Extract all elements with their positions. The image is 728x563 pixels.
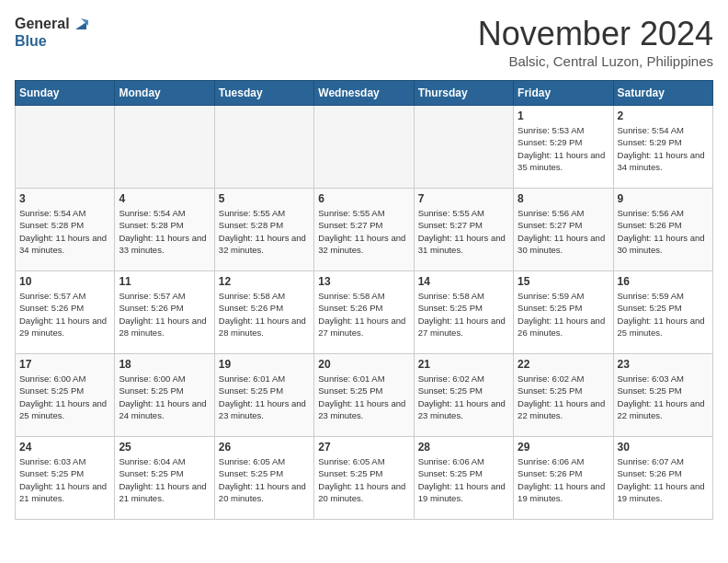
calendar-cell: [314, 106, 414, 189]
title-area: November 2024 Balsic, Central Luzon, Phi…: [478, 15, 713, 69]
daylight-text: Daylight: 11 hours and 34 minutes.: [19, 233, 107, 255]
calendar-cell: 29 Sunrise: 6:06 AM Sunset: 5:26 PM Dayl…: [514, 437, 613, 520]
sunrise-text: Sunrise: 6:01 AM: [219, 373, 285, 384]
daylight-text: Daylight: 11 hours and 23 minutes.: [219, 398, 306, 420]
sunrise-text: Sunrise: 6:03 AM: [618, 373, 684, 384]
sunrise-text: Sunrise: 5:59 AM: [618, 291, 684, 301]
sunrise-text: Sunrise: 5:59 AM: [518, 291, 584, 301]
calendar-cell: 7 Sunrise: 5:55 AM Sunset: 5:27 PM Dayli…: [414, 189, 513, 271]
daylight-text: Daylight: 11 hours and 30 minutes.: [618, 233, 705, 255]
day-info: Sunrise: 5:58 AM Sunset: 5:26 PM Dayligh…: [219, 290, 310, 339]
day-info: Sunrise: 5:55 AM Sunset: 5:27 PM Dayligh…: [418, 207, 509, 256]
calendar-cell: 5 Sunrise: 5:55 AM Sunset: 5:28 PM Dayli…: [214, 189, 313, 271]
day-info: Sunrise: 6:06 AM Sunset: 5:26 PM Dayligh…: [518, 455, 609, 504]
sunrise-text: Sunrise: 5:53 AM: [518, 125, 584, 135]
daylight-text: Daylight: 11 hours and 28 minutes.: [119, 316, 206, 338]
sunset-text: Sunset: 5:26 PM: [518, 468, 582, 478]
sunset-text: Sunset: 5:26 PM: [618, 220, 682, 230]
daylight-text: Daylight: 11 hours and 27 minutes.: [418, 316, 506, 338]
day-info: Sunrise: 5:54 AM Sunset: 5:28 PM Dayligh…: [19, 207, 110, 256]
calendar-cell: [414, 106, 513, 189]
day-info: Sunrise: 5:57 AM Sunset: 5:26 PM Dayligh…: [19, 290, 110, 339]
daylight-text: Daylight: 11 hours and 35 minutes.: [518, 150, 605, 172]
day-info: Sunrise: 5:59 AM Sunset: 5:25 PM Dayligh…: [618, 290, 709, 339]
calendar-cell: 13 Sunrise: 5:58 AM Sunset: 5:26 PM Dayl…: [314, 271, 414, 354]
daylight-text: Daylight: 11 hours and 28 minutes.: [219, 316, 306, 338]
sunrise-text: Sunrise: 5:57 AM: [119, 291, 185, 301]
sunrise-text: Sunrise: 6:02 AM: [518, 373, 584, 384]
day-number: 12: [219, 275, 310, 288]
calendar-cell: 4 Sunrise: 5:54 AM Sunset: 5:28 PM Dayli…: [115, 189, 214, 271]
sunrise-text: Sunrise: 6:04 AM: [119, 456, 185, 466]
sunset-text: Sunset: 5:25 PM: [518, 385, 582, 396]
sunset-text: Sunset: 5:27 PM: [518, 220, 582, 230]
sunrise-text: Sunrise: 6:00 AM: [119, 373, 185, 384]
daylight-text: Daylight: 11 hours and 27 minutes.: [318, 316, 405, 338]
header-monday: Monday: [115, 81, 214, 106]
day-info: Sunrise: 6:05 AM Sunset: 5:25 PM Dayligh…: [318, 455, 409, 504]
day-info: Sunrise: 6:00 AM Sunset: 5:25 PM Dayligh…: [119, 373, 210, 421]
calendar-cell: 21 Sunrise: 6:02 AM Sunset: 5:25 PM Dayl…: [414, 354, 513, 437]
sunset-text: Sunset: 5:25 PM: [418, 303, 483, 313]
calendar-cell: 18 Sunrise: 6:00 AM Sunset: 5:25 PM Dayl…: [115, 354, 214, 437]
sunrise-text: Sunrise: 5:55 AM: [219, 208, 285, 218]
logo-triangle-icon: [72, 15, 90, 33]
sunset-text: Sunset: 5:27 PM: [318, 220, 382, 230]
day-number: 14: [418, 275, 509, 288]
sunrise-text: Sunrise: 6:05 AM: [219, 456, 285, 466]
day-number: 16: [618, 275, 709, 288]
day-info: Sunrise: 6:03 AM Sunset: 5:25 PM Dayligh…: [618, 373, 709, 421]
sunset-text: Sunset: 5:28 PM: [219, 220, 283, 230]
calendar-cell: 15 Sunrise: 5:59 AM Sunset: 5:25 PM Dayl…: [514, 271, 613, 354]
sunrise-text: Sunrise: 6:05 AM: [318, 456, 384, 466]
calendar-cell: 25 Sunrise: 6:04 AM Sunset: 5:25 PM Dayl…: [115, 437, 214, 520]
day-info: Sunrise: 5:58 AM Sunset: 5:25 PM Dayligh…: [418, 290, 509, 339]
sunrise-text: Sunrise: 5:58 AM: [318, 291, 384, 301]
day-number: 22: [518, 358, 609, 371]
sunset-text: Sunset: 5:25 PM: [418, 385, 483, 396]
sunset-text: Sunset: 5:25 PM: [119, 385, 183, 396]
day-number: 1: [518, 109, 609, 122]
sunset-text: Sunset: 5:27 PM: [418, 220, 483, 230]
daylight-text: Daylight: 11 hours and 25 minutes.: [19, 398, 107, 420]
day-info: Sunrise: 5:59 AM Sunset: 5:25 PM Dayligh…: [518, 290, 609, 339]
calendar-cell: 10 Sunrise: 5:57 AM Sunset: 5:26 PM Dayl…: [16, 271, 115, 354]
day-info: Sunrise: 5:55 AM Sunset: 5:27 PM Dayligh…: [318, 207, 409, 256]
sunrise-text: Sunrise: 5:54 AM: [618, 125, 684, 135]
calendar-cell: 11 Sunrise: 5:57 AM Sunset: 5:26 PM Dayl…: [115, 271, 214, 354]
calendar-cell: 16 Sunrise: 5:59 AM Sunset: 5:25 PM Dayl…: [613, 271, 712, 354]
day-number: 4: [119, 192, 210, 205]
day-number: 24: [19, 441, 110, 454]
sunrise-text: Sunrise: 6:06 AM: [418, 456, 484, 466]
day-info: Sunrise: 6:05 AM Sunset: 5:25 PM Dayligh…: [219, 455, 310, 504]
day-info: Sunrise: 6:07 AM Sunset: 5:26 PM Dayligh…: [618, 455, 709, 504]
sunset-text: Sunset: 5:25 PM: [219, 385, 283, 396]
sunset-text: Sunset: 5:25 PM: [418, 468, 483, 478]
svg-marker-0: [75, 22, 86, 29]
day-info: Sunrise: 6:01 AM Sunset: 5:25 PM Dayligh…: [318, 373, 409, 421]
day-info: Sunrise: 5:56 AM Sunset: 5:27 PM Dayligh…: [518, 207, 609, 256]
sunrise-text: Sunrise: 6:03 AM: [19, 456, 85, 466]
day-number: 28: [418, 441, 509, 454]
header: General Blue November 2024 Balsic, Centr…: [15, 15, 713, 69]
day-number: 25: [119, 441, 210, 454]
sunset-text: Sunset: 5:26 PM: [119, 303, 183, 313]
day-info: Sunrise: 5:55 AM Sunset: 5:28 PM Dayligh…: [219, 207, 310, 256]
calendar-cell: 2 Sunrise: 5:54 AM Sunset: 5:29 PM Dayli…: [613, 106, 712, 189]
calendar-cell: 26 Sunrise: 6:05 AM Sunset: 5:25 PM Dayl…: [214, 437, 313, 520]
daylight-text: Daylight: 11 hours and 22 minutes.: [518, 398, 605, 420]
daylight-text: Daylight: 11 hours and 21 minutes.: [119, 481, 206, 503]
day-number: 18: [119, 358, 210, 371]
daylight-text: Daylight: 11 hours and 20 minutes.: [318, 481, 405, 503]
day-number: 13: [318, 275, 409, 288]
day-number: 30: [618, 441, 709, 454]
week-row-2: 3 Sunrise: 5:54 AM Sunset: 5:28 PM Dayli…: [16, 189, 713, 271]
calendar-cell: [16, 106, 115, 189]
location-title: Balsic, Central Luzon, Philippines: [478, 53, 713, 69]
sunrise-text: Sunrise: 5:55 AM: [318, 208, 384, 218]
sunset-text: Sunset: 5:25 PM: [219, 468, 283, 478]
header-saturday: Saturday: [613, 81, 712, 106]
week-row-4: 17 Sunrise: 6:00 AM Sunset: 5:25 PM Dayl…: [16, 354, 713, 437]
calendar-cell: 28 Sunrise: 6:06 AM Sunset: 5:25 PM Dayl…: [414, 437, 513, 520]
daylight-text: Daylight: 11 hours and 19 minutes.: [418, 481, 506, 503]
